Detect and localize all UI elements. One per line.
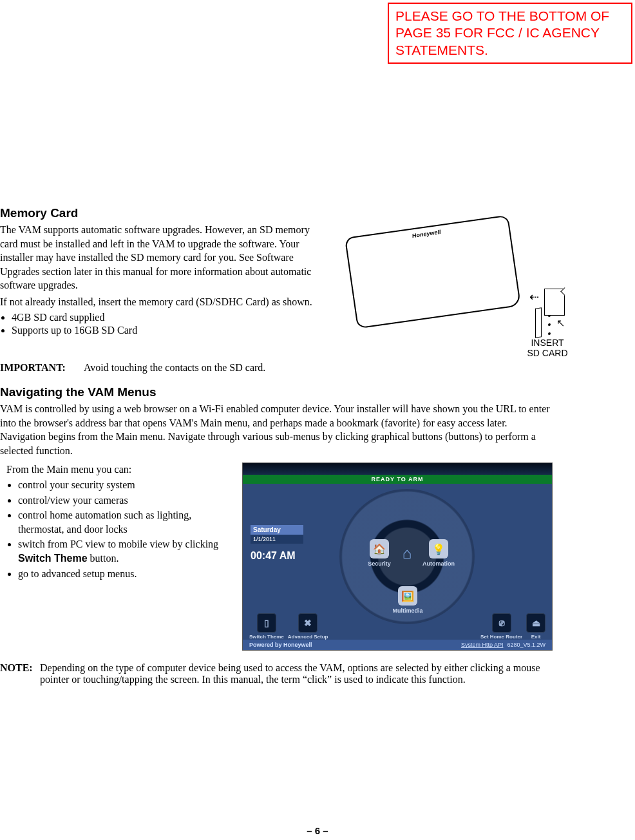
menu-footer: Powered by Honeywell System Http API 628… bbox=[243, 640, 552, 650]
exit-icon: ⏏ bbox=[526, 613, 545, 633]
lightbulb-icon: 💡 bbox=[429, 539, 448, 558]
menu-wheel: 🏠 Security 💡 Automation 🖼️ Multimedia ⌂ bbox=[339, 489, 475, 624]
menu-date: 1/1/2011 bbox=[251, 535, 303, 544]
advanced-setup-button[interactable]: ✖ Advanced Setup bbox=[288, 613, 328, 640]
note-text: Depending on the type of computer device… bbox=[40, 662, 555, 685]
home-center-icon: ⌂ bbox=[395, 544, 419, 566]
media-icon: 🖼️ bbox=[398, 586, 417, 606]
note-label: NOTE: bbox=[0, 662, 40, 685]
ready-to-arm-banner: READY TO ARM bbox=[243, 475, 552, 484]
note-row: NOTE: Depending on the type of computer … bbox=[0, 662, 635, 685]
device-indicator-icon bbox=[548, 314, 551, 336]
nav-item-automation: control home automation such as lighting… bbox=[18, 508, 232, 536]
important-text: Avoid touching the contacts on the SD ca… bbox=[84, 362, 635, 374]
system-http-api-link[interactable]: System Http API bbox=[461, 640, 504, 650]
nav-item-cameras: control/view your cameras bbox=[18, 493, 232, 508]
nav-item-switch-theme: switch from PC view to mobile view by cl… bbox=[18, 537, 232, 565]
tools-icon: ✖ bbox=[298, 613, 318, 633]
switch-theme-button[interactable]: ▯ Switch Theme bbox=[249, 613, 284, 640]
navigating-heading: Navigating the VAM Menus bbox=[0, 385, 635, 399]
sd-caption: INSERTSD CARD bbox=[518, 338, 576, 358]
nav-item-advanced: go to advanced setup menus. bbox=[18, 567, 232, 581]
phone-icon: ▯ bbox=[257, 613, 276, 633]
firmware-version: 6280_V5.1.2W bbox=[507, 640, 545, 650]
memory-card-section: Memory Card The VAM supports automatic s… bbox=[0, 206, 635, 354]
page: PLEASE GO TO THE BOTTOM OF PAGE 35 FOR F… bbox=[0, 0, 635, 840]
device-figure: Honeywell ⇠ ↖ INSERTSD CARD bbox=[332, 213, 570, 354]
memory-bullet-1: 4GB SD card supplied bbox=[12, 312, 319, 323]
sd-card-icon bbox=[544, 289, 565, 316]
powered-by: Powered by Honeywell bbox=[249, 640, 312, 650]
insert-arrow-icon: ⇠ bbox=[529, 290, 539, 304]
navigating-intro: VAM is controlled by using a web browser… bbox=[0, 402, 554, 457]
automation-button[interactable]: 💡 Automation bbox=[418, 539, 459, 567]
menu-statusbar bbox=[243, 463, 552, 475]
memory-card-heading: Memory Card bbox=[0, 206, 319, 220]
menu-time: 00:47 AM bbox=[251, 550, 303, 562]
important-label: IMPORTANT: bbox=[0, 362, 84, 374]
menu-bottom-bar: ▯ Switch Theme ✖ Advanced Setup ⎚ Set Ho… bbox=[243, 609, 552, 640]
date-time-panel: Saturday 1/1/2011 00:47 AM bbox=[251, 525, 303, 562]
nav-lead: From the Main menu you can: bbox=[6, 463, 232, 477]
main-menu-capabilities: From the Main menu you can: control your… bbox=[0, 463, 232, 582]
page-number: – 6 – bbox=[0, 825, 635, 836]
memory-bullet-2: Supports up to 16GB SD Card bbox=[12, 325, 319, 336]
memory-card-p1: The VAM supports automatic software upgr… bbox=[0, 223, 319, 292]
notice-text: PLEASE GO TO THE BOTTOM OF PAGE 35 FOR F… bbox=[395, 8, 609, 57]
pointer-arrow-icon: ↖ bbox=[556, 318, 565, 329]
nav-item-security: control your security system bbox=[18, 478, 232, 492]
router-icon: ⎚ bbox=[492, 613, 511, 633]
security-button[interactable]: 🏠 Security bbox=[359, 539, 400, 567]
exit-button[interactable]: ⏏ Exit bbox=[526, 613, 545, 640]
main-menu-screenshot: READY TO ARM Saturday 1/1/2011 00:47 AM … bbox=[242, 463, 553, 651]
sd-slot-icon bbox=[535, 307, 542, 338]
set-home-router-button[interactable]: ⎚ Set Home Router bbox=[480, 613, 522, 640]
notice-box: PLEASE GO TO THE BOTTOM OF PAGE 35 FOR F… bbox=[388, 3, 632, 64]
house-lock-icon: 🏠 bbox=[370, 539, 389, 558]
memory-card-p2: If not already installed, insert the mem… bbox=[0, 295, 319, 309]
important-row: IMPORTANT: Avoid touching the contacts o… bbox=[0, 362, 635, 374]
menu-day: Saturday bbox=[251, 525, 303, 535]
content: Memory Card The VAM supports automatic s… bbox=[0, 0, 635, 685]
